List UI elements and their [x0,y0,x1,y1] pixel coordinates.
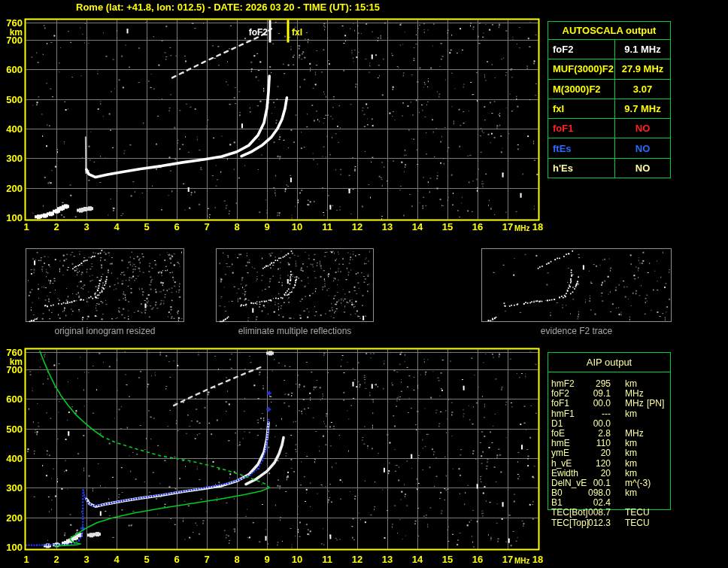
x-tick-label: 5 [137,221,156,232]
x-tick-label: 16 [468,221,487,232]
x-tick-label: 18 [528,221,548,232]
aip-row-value: --- [576,409,611,419]
autoscala-row-value: 27.9 MHz [615,59,670,78]
autoscala-row-label: foF2 [548,40,615,59]
aip-row-value: 2.8 [576,429,611,439]
aip-row-value: 02.4 [576,498,611,508]
aip-row-label: foF2 [551,389,569,399]
aip-row-value: 20 [576,469,611,478]
aip-row-value: 00.0 [576,419,611,429]
x-tick-label: 13 [378,554,397,565]
x-tick-label: 16 [468,554,487,565]
x-tick-label: 7 [197,221,217,232]
aip-row-value: 295 [576,379,611,389]
aip-row-unit: km [625,439,637,448]
aip-row-label: B1 [551,498,563,508]
x-tick-label: 14 [408,221,427,232]
x-tick-label: 14 [408,554,427,565]
aip-row-unit: km [625,448,637,458]
aip-row: TEC[Top]012.3TECU [548,518,669,528]
x-tick-label: 8 [227,221,247,232]
autoscala-row: h'EsNO [548,159,670,178]
y-axis-unit-label: km [0,27,23,38]
x-tick-label: 7 [197,554,217,565]
x-tick-label: 10 [287,221,307,232]
aip-row-unit: MHz [625,429,644,439]
y-axis-unit-label: km [0,357,23,367]
autoscala-row: fxI9.7 MHz [548,99,670,119]
aip-row-unit: km [625,459,637,469]
aip-row-value: 00.1 [576,478,611,488]
x-tick-label: 5 [137,554,156,565]
autoscala-row-label: M(3000)F2 [548,80,615,99]
aip-row-extra: [PN] [647,399,664,409]
autoscala-row-value: 9.1 MHz [615,40,670,59]
autoscala-row-value: NO [615,138,670,157]
y-tick-label: 100 [0,212,23,223]
x-tick-label: 15 [438,554,457,565]
aip-row: h_vE120km [548,459,669,469]
aip-row-unit: km [625,379,637,389]
fof2-marker-label: foF2 [246,27,268,38]
aip-row-value: 09.1 [576,389,611,399]
x-tick-label: 3 [77,221,96,232]
x-tick-label: 12 [347,554,367,565]
autoscala-row-value: NO [615,119,670,138]
thumbnail-caption-evidence: evidence F2 trace [481,326,672,336]
aip-row-value: 012.3 [576,518,611,528]
x-tick-label: 1 [17,554,36,565]
y-tick-label: 600 [0,393,23,405]
aip-row-value: 00.0 [576,399,611,409]
x-axis-unit-label: MHz [514,557,530,565]
aip-row-unit: km [625,488,637,498]
autoscala-output-table: AUTOSCALA output foF29.1 MHzMUF(3000)F22… [548,21,671,178]
autoscala-row: MUF(3000)F227.9 MHz [548,59,670,79]
aip-row-label: foE [551,429,565,439]
x-tick-label: 10 [287,554,307,565]
aip-row-unit: m^(-3) [625,478,651,488]
autoscala-row-label: h'Es [548,159,615,178]
autoscala-row-label: fxI [548,99,615,118]
y-tick-label: 500 [0,94,23,105]
autoscala-row-value: 3.07 [615,80,670,99]
y-tick-label: 200 [0,183,23,194]
x-axis-unit-label: MHz [514,224,530,232]
x-tick-label: 15 [438,221,457,232]
aip-row: Ewidth20km [548,469,669,478]
aip-row-unit: TECU [625,518,650,528]
aip-row: foF100.0MHz[PN] [548,399,669,409]
aip-row-label: h_vE [551,459,572,469]
aip-row-unit: MHz [625,389,644,399]
aip-row-value: 110 [576,439,611,448]
aip-row-unit: TECU [625,508,650,518]
aip-row: D100.0 [548,419,669,429]
y-tick-label: 600 [0,64,23,75]
aip-table-title: AIP output [548,353,670,372]
x-tick-label: 2 [47,221,66,232]
autoscala-row: foF1NO [548,119,670,138]
aip-row-label: B0 [551,488,563,498]
autoscala-row-value: 9.7 MHz [615,99,670,118]
aip-row-value: 008.7 [576,508,611,518]
x-tick-label: 12 [347,221,367,232]
aip-row-unit: km [625,409,637,419]
autoscala-row: M(3000)F23.07 [548,80,670,99]
x-tick-label: 9 [257,221,277,232]
aip-row-value: 20 [576,448,611,458]
x-tick-label: 6 [167,554,187,565]
aip-row: ymE20km [548,448,669,458]
autoscala-row-label: foF1 [548,119,615,138]
y-tick-label: 500 [0,424,23,435]
x-tick-label: 9 [257,554,277,565]
y-tick-label: 300 [0,482,23,494]
aip-row-label: Ewidth [551,469,578,478]
x-tick-label: 11 [317,221,337,232]
x-tick-label: 3 [77,554,96,565]
aip-row: TEC[Bot]008.7TECU [548,508,669,518]
aip-row: hmF1---km [548,409,669,419]
y-tick-label: 300 [0,153,23,164]
autoscala-row: ftEsNO [548,138,670,158]
fxi-marker-label: fxI [292,27,302,38]
aip-row-unit: km [625,469,637,478]
x-tick-label: 8 [227,554,247,565]
